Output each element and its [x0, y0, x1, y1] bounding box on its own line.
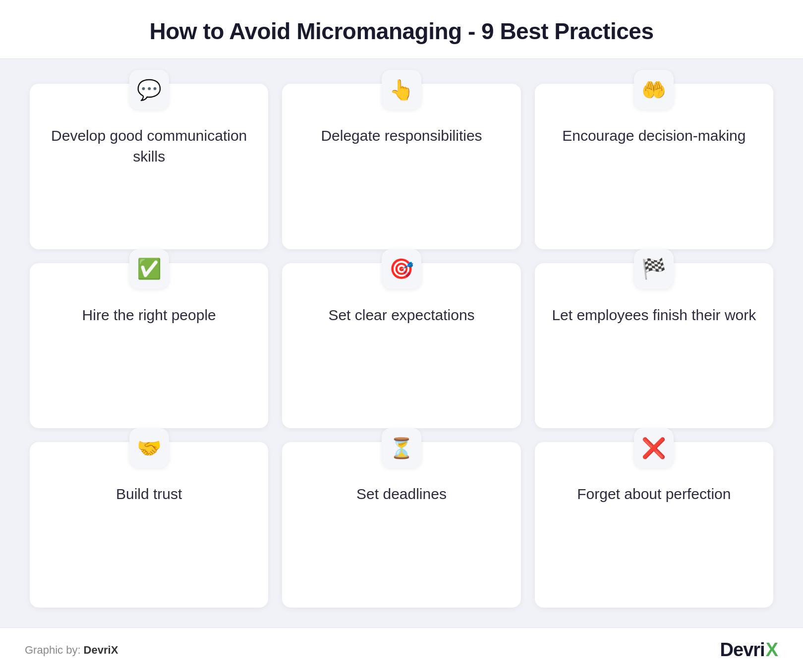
- card-deadlines: ⏳ Set deadlines: [282, 442, 520, 608]
- decision-icon: 🤲: [634, 70, 674, 110]
- hire-icon: ✅: [129, 249, 169, 289]
- perfection-icon: ❌: [634, 428, 674, 468]
- card-communication: 💬 Develop good communication skills: [30, 84, 268, 249]
- footer-section: Graphic by: DevriX DevriX: [0, 627, 803, 672]
- card-trust-label: Build trust: [116, 484, 182, 504]
- card-delegate-label: Delegate responsibilities: [321, 125, 482, 146]
- card-delegate: 👆 Delegate responsibilities: [282, 84, 520, 249]
- content-area: 💬 Develop good communication skills 👆 De…: [0, 59, 803, 627]
- card-expectations-label: Set clear expectations: [328, 305, 474, 326]
- header-section: How to Avoid Micromanaging - 9 Best Prac…: [0, 0, 803, 59]
- card-hire-label: Hire the right people: [82, 305, 216, 326]
- card-deadlines-label: Set deadlines: [356, 484, 447, 504]
- card-finish: 🏁 Let employees finish their work: [535, 263, 773, 429]
- page-title: How to Avoid Micromanaging - 9 Best Prac…: [20, 18, 783, 45]
- grid-row-2: ✅ Hire the right people 🎯 Set clear expe…: [30, 263, 773, 429]
- expectations-icon: 🎯: [382, 249, 421, 289]
- card-trust: 🤝 Build trust: [30, 442, 268, 608]
- deadlines-icon: ⏳: [382, 428, 421, 468]
- card-decision: 🤲 Encourage decision-making: [535, 84, 773, 249]
- card-decision-label: Encourage decision-making: [562, 125, 746, 146]
- devrix-logo-x: X: [766, 639, 778, 661]
- communication-icon: 💬: [129, 70, 169, 110]
- brand-name: DevriX: [84, 644, 118, 656]
- card-expectations: 🎯 Set clear expectations: [282, 263, 520, 429]
- grid-row-1: 💬 Develop good communication skills 👆 De…: [30, 84, 773, 249]
- card-finish-label: Let employees finish their work: [552, 305, 756, 326]
- card-hire: ✅ Hire the right people: [30, 263, 268, 429]
- card-perfection: ❌ Forget about perfection: [535, 442, 773, 608]
- main-container: How to Avoid Micromanaging - 9 Best Prac…: [0, 0, 803, 672]
- devrix-logo-text: Devri: [720, 639, 765, 661]
- card-communication-label: Develop good communication skills: [45, 125, 253, 167]
- finish-icon: 🏁: [634, 249, 674, 289]
- grid-row-3: 🤝 Build trust ⏳ Set deadlines ❌ Forget a…: [30, 442, 773, 608]
- trust-icon: 🤝: [129, 428, 169, 468]
- delegate-icon: 👆: [382, 70, 421, 110]
- devrix-logo: DevriX: [720, 639, 778, 661]
- graphic-by: Graphic by: DevriX: [25, 644, 118, 657]
- card-perfection-label: Forget about perfection: [577, 484, 731, 504]
